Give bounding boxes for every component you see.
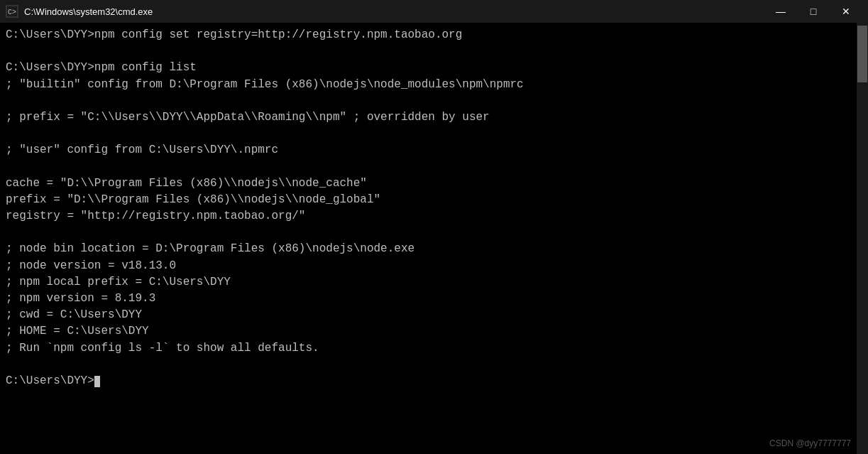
minimize-button[interactable]: — xyxy=(764,0,797,23)
cmd-window: C> C:\Windows\system32\cmd.exe — □ ✕ C:\… xyxy=(0,0,868,454)
svg-text:C>: C> xyxy=(8,9,16,16)
close-button[interactable]: ✕ xyxy=(830,0,862,23)
maximize-button[interactable]: □ xyxy=(797,0,830,23)
window-controls: — □ ✕ xyxy=(764,0,862,23)
window-title: C:\Windows\system32\cmd.exe xyxy=(24,6,764,17)
scrollbar-thumb[interactable] xyxy=(857,26,867,82)
watermark: CSDN @dyy7777777 xyxy=(769,438,851,448)
terminal-output[interactable]: C:\Users\DYY>npm config set registry=htt… xyxy=(0,23,857,454)
scrollbar[interactable] xyxy=(857,23,868,454)
cursor xyxy=(94,376,100,387)
terminal-text: C:\Users\DYY>npm config set registry=htt… xyxy=(6,27,851,389)
content-area: C:\Users\DYY>npm config set registry=htt… xyxy=(0,23,868,454)
cmd-icon: C> xyxy=(6,5,18,18)
title-bar: C> C:\Windows\system32\cmd.exe — □ ✕ xyxy=(0,0,868,23)
